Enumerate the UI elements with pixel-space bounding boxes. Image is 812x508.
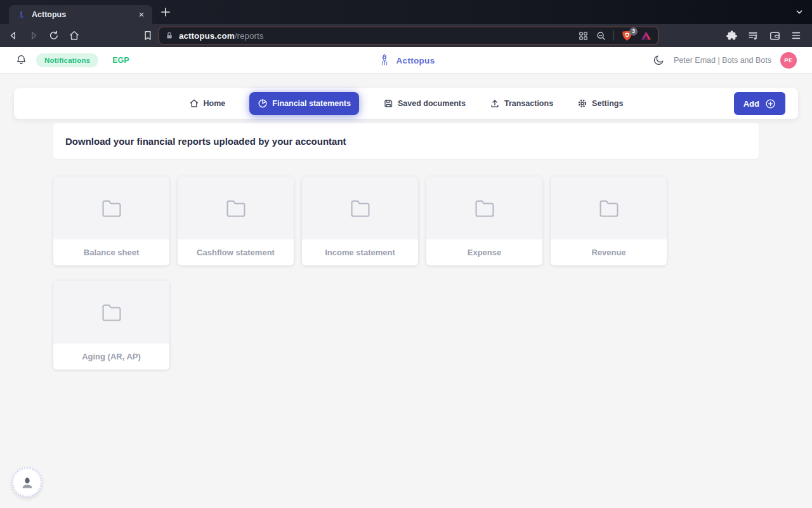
report-card-revenue[interactable]: Revenue	[551, 177, 667, 265]
upload-icon	[490, 98, 500, 109]
user-name: Peter Emad | Bots and Bots	[674, 56, 771, 65]
folder-icon	[101, 302, 122, 323]
home-icon[interactable]	[69, 30, 80, 41]
bell-icon[interactable]	[15, 54, 27, 66]
address-bar[interactable]: acttopus.com/reports 3	[159, 27, 658, 44]
folder-icon	[101, 197, 122, 219]
playlist-icon[interactable]	[747, 30, 759, 42]
pie-chart-icon	[258, 98, 268, 109]
tab-label: Transactions	[504, 99, 553, 108]
card-thumbnail	[53, 177, 169, 239]
dark-mode-moon-icon[interactable]	[653, 54, 665, 66]
add-button-label: Add	[743, 99, 759, 109]
shield-counter-badge: 3	[629, 27, 638, 36]
tab-label: Settings	[592, 99, 623, 108]
card-thumbnail	[551, 177, 667, 239]
forward-icon[interactable]	[28, 30, 39, 41]
tab-home[interactable]: Home	[189, 98, 226, 109]
wallet-icon[interactable]	[769, 30, 781, 42]
back-icon[interactable]	[8, 30, 19, 41]
card-thumbnail	[426, 177, 542, 239]
tab-label: Saved documents	[398, 99, 466, 108]
card-thumbnail	[178, 177, 294, 239]
divider	[613, 30, 614, 41]
card-label: Aging (AR, AP)	[53, 344, 169, 370]
info-banner: Download your financial reports uploaded…	[53, 123, 759, 159]
reload-icon[interactable]	[48, 30, 60, 41]
url-text: acttopus.com/reports	[179, 31, 578, 41]
tab-close-icon[interactable]: ×	[136, 9, 147, 20]
app-header: Notifications EGP Acttopus Peter Emad | …	[0, 47, 812, 74]
card-label: Expense	[426, 239, 542, 265]
brave-rewards-triangle-icon[interactable]	[640, 30, 652, 42]
gear-icon	[577, 98, 587, 109]
card-label: Revenue	[551, 239, 667, 265]
folder-icon	[350, 197, 371, 219]
browser-tabstrip: Acttopus ×	[0, 0, 812, 24]
report-card-expense[interactable]: Expense	[426, 177, 542, 265]
home-tab-icon	[189, 98, 199, 109]
card-label: Income statement	[302, 239, 418, 265]
browser-toolbar: acttopus.com/reports 3	[0, 24, 812, 47]
browser-tab[interactable]: Acttopus ×	[9, 5, 152, 24]
bookmarks-icon[interactable]	[142, 30, 154, 41]
tiles-grid-icon[interactable]	[578, 30, 589, 41]
new-tab-icon[interactable]	[160, 6, 171, 18]
lock-icon	[165, 31, 174, 40]
accessibility-widget-button[interactable]	[12, 467, 42, 497]
avatar[interactable]: PE	[780, 52, 797, 69]
report-cards-grid: Balance sheet Cashflow statement Income …	[53, 177, 759, 370]
tab-label: Home	[204, 99, 226, 108]
notifications-badge[interactable]: Notifications	[36, 53, 98, 67]
card-thumbnail	[302, 177, 418, 239]
card-label: Cashflow statement	[178, 239, 294, 265]
banner-text: Download your financial reports uploaded…	[65, 136, 346, 147]
tab-title: Acttopus	[32, 10, 136, 19]
site-favicon-rocket-icon	[16, 10, 26, 20]
save-disk-icon	[383, 98, 393, 109]
url-path: /reports	[235, 31, 264, 41]
zoom-search-icon[interactable]	[596, 30, 606, 41]
add-button[interactable]: Add	[734, 92, 785, 115]
logo-text: Acttopus	[396, 55, 435, 65]
report-card-cashflow-statement[interactable]: Cashflow statement	[178, 177, 294, 265]
tab-transactions[interactable]: Transactions	[490, 98, 553, 109]
tab-label: Financial statements	[272, 99, 351, 108]
folder-icon	[225, 197, 247, 219]
tab-saved-documents[interactable]: Saved documents	[383, 98, 466, 109]
brave-shield-icon[interactable]: 3	[621, 30, 633, 42]
plus-circle-icon	[765, 98, 776, 109]
report-card-income-statement[interactable]: Income statement	[302, 177, 418, 265]
currency-label[interactable]: EGP	[112, 56, 129, 65]
tab-search-chevron-icon[interactable]	[794, 7, 804, 17]
url-domain: acttopus.com	[179, 31, 235, 41]
logo-rocket-icon	[377, 53, 392, 67]
menu-icon[interactable]	[790, 30, 802, 41]
main-nav: Home Financial statements Saved document…	[14, 88, 798, 119]
card-label: Balance sheet	[53, 239, 169, 265]
person-icon	[20, 476, 34, 490]
tab-settings[interactable]: Settings	[577, 98, 623, 109]
tab-financial-statements[interactable]: Financial statements	[249, 92, 359, 115]
folder-icon	[598, 197, 620, 219]
app-logo[interactable]: Acttopus	[377, 53, 435, 67]
card-thumbnail	[53, 281, 169, 344]
folder-icon	[474, 197, 495, 219]
report-card-aging-ar-ap[interactable]: Aging (AR, AP)	[53, 281, 169, 370]
report-card-balance-sheet[interactable]: Balance sheet	[53, 177, 169, 265]
extensions-puzzle-icon[interactable]	[726, 30, 738, 42]
